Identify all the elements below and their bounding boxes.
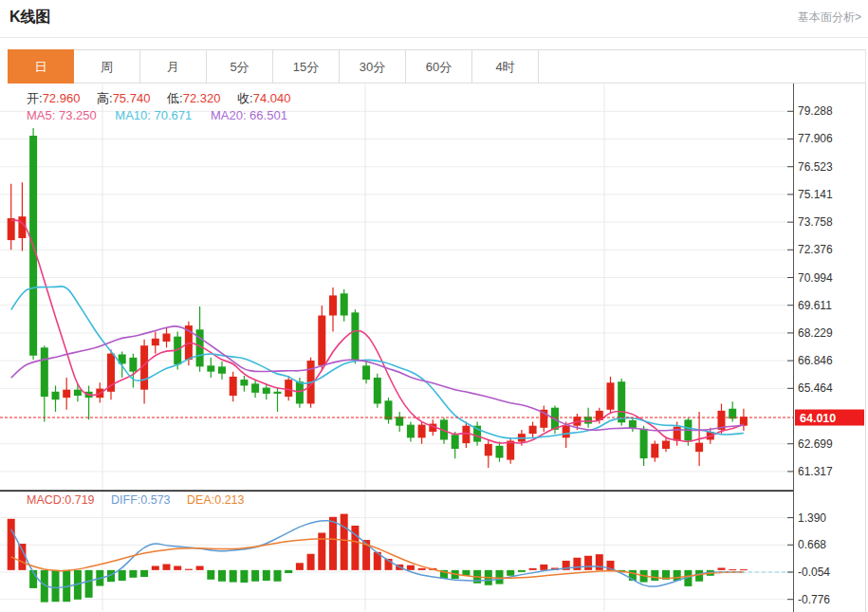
candle xyxy=(374,378,381,403)
macd-bar xyxy=(651,570,658,581)
axis-tick-label: 1.390 xyxy=(798,511,826,525)
axis-tick-label: 79.288 xyxy=(798,104,833,118)
tab-week[interactable]: 周 xyxy=(74,49,140,83)
candle xyxy=(507,441,514,460)
macd-bar xyxy=(52,570,60,602)
axis-tick-label: 68.229 xyxy=(798,326,833,340)
macd-bar xyxy=(274,570,282,582)
macd-bar xyxy=(718,567,726,569)
axis-tick-label: 75.141 xyxy=(798,188,833,201)
tab-4hour[interactable]: 4时 xyxy=(472,49,539,83)
axis-tick-label: 65.464 xyxy=(798,381,833,395)
macd-bar xyxy=(740,569,748,570)
axis-tick-label: 62.699 xyxy=(798,437,833,451)
macd-bar xyxy=(163,564,171,569)
macd-bar xyxy=(85,570,93,598)
axis-tick-label: 61.317 xyxy=(798,465,833,478)
kline-chart-canvas[interactable]: 79.28877.90676.52375.14173.75872.37670.9… xyxy=(0,83,868,612)
tab-bar-filler xyxy=(539,49,866,83)
macd-bar xyxy=(218,570,226,582)
macd-bar xyxy=(529,568,537,570)
axis-tick-label: 0.668 xyxy=(798,538,826,551)
svg-text:64.010: 64.010 xyxy=(800,412,836,425)
macd-bar xyxy=(695,570,703,582)
fundamental-analysis-link[interactable]: 基本面分析> xyxy=(798,9,861,26)
macd-bar xyxy=(518,570,526,572)
candle xyxy=(351,312,359,360)
tab-60min[interactable]: 60分 xyxy=(406,49,472,83)
candle xyxy=(418,425,426,438)
candle xyxy=(529,426,537,434)
gridlines xyxy=(0,83,866,612)
candle xyxy=(285,380,292,397)
tab-month[interactable]: 月 xyxy=(140,49,207,83)
candle xyxy=(563,426,570,438)
tab-30min[interactable]: 30分 xyxy=(340,49,406,83)
macd-bar xyxy=(584,556,592,570)
macd-bar xyxy=(296,563,304,570)
candle xyxy=(341,293,348,315)
candle xyxy=(674,427,681,441)
page-header: K线图 基本面分析> xyxy=(0,0,868,38)
axis-tick-label: 66.846 xyxy=(798,354,833,367)
macd-bar xyxy=(196,566,204,569)
macd-bar xyxy=(240,570,248,583)
candle xyxy=(207,365,214,371)
current-price-badge: 64.010 xyxy=(795,410,864,426)
macd-bar xyxy=(8,519,15,570)
macd-bar xyxy=(251,570,259,582)
macd-bar xyxy=(407,566,415,570)
axis-tick-label: 77.906 xyxy=(798,132,833,145)
axis-tick-label: -0.776 xyxy=(798,593,830,606)
ma5-line xyxy=(11,220,744,443)
candle xyxy=(251,383,259,393)
macd-bar xyxy=(507,570,514,576)
macd-bar xyxy=(329,517,337,570)
axis-tick-label: -0.054 xyxy=(798,566,830,579)
macd-bar xyxy=(140,570,148,577)
candle xyxy=(607,382,615,410)
candle xyxy=(41,347,48,397)
macd-bar xyxy=(341,514,348,570)
candle xyxy=(74,390,82,396)
macd-bar xyxy=(174,566,181,569)
candle xyxy=(296,381,304,403)
tab-5min[interactable]: 5分 xyxy=(207,49,273,83)
macd-bar xyxy=(418,568,426,570)
candle xyxy=(152,339,159,345)
tab-day[interactable]: 日 xyxy=(8,49,74,83)
macd-bar xyxy=(152,566,159,569)
axis-tick-label: 69.611 xyxy=(798,299,832,312)
macd-histogram xyxy=(8,514,748,603)
macd-bar xyxy=(129,570,137,578)
candle xyxy=(318,316,325,366)
candle xyxy=(274,392,282,394)
candle xyxy=(662,441,670,449)
candle xyxy=(8,218,15,240)
macd-bar xyxy=(263,570,270,581)
axis-tick-label: 70.994 xyxy=(798,271,833,285)
candle xyxy=(462,426,470,443)
macd-bar xyxy=(230,570,237,583)
macd-bar xyxy=(285,570,292,573)
candle xyxy=(240,380,248,385)
macd-bar xyxy=(596,554,603,570)
candle xyxy=(407,425,415,438)
axis-tick-label: 72.376 xyxy=(798,243,833,256)
macd-bar xyxy=(207,570,214,580)
candle xyxy=(63,390,70,398)
candle xyxy=(496,446,504,458)
kline-page: { "header": { "title": "K线图", "analysis_… xyxy=(0,0,868,612)
candle xyxy=(485,444,492,455)
candle xyxy=(329,295,337,315)
macd-bar xyxy=(119,570,126,581)
macd-bar xyxy=(573,558,581,570)
candle xyxy=(263,388,270,394)
candle xyxy=(163,334,171,342)
candle xyxy=(651,444,658,458)
candle xyxy=(385,400,393,419)
candle xyxy=(218,366,226,373)
tab-15min[interactable]: 15分 xyxy=(273,49,340,83)
page-title: K线图 xyxy=(9,8,51,28)
candle xyxy=(452,435,459,449)
